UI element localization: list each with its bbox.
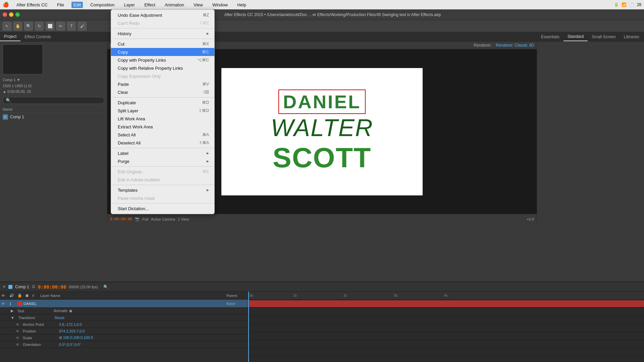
- menu-separator-4: [111, 148, 214, 148]
- menu-start-dictation[interactable]: Start Dictation...: [111, 204, 214, 213]
- menu-separator-7: [111, 203, 214, 203]
- menu-label[interactable]: Label: [111, 149, 214, 157]
- menu-edit-audition: Edit in Adobe Audition: [111, 176, 214, 184]
- menu-copy-relative[interactable]: Copy with Relative Property Links: [111, 64, 214, 72]
- menu-separator-6: [111, 185, 214, 185]
- menu-select-all-label: Select All: [118, 132, 136, 137]
- menu-start-dictation-label: Start Dictation...: [118, 206, 149, 211]
- menu-cut-shortcut: ⌘X: [202, 42, 209, 46]
- menu-copy-property-links[interactable]: Copy with Property Links ⌥⌘C: [111, 56, 214, 64]
- menu-extract-work-area-label: Extract Work Area: [118, 124, 153, 129]
- menu-paste-label: Paste: [118, 82, 129, 87]
- menu-edit-audition-label: Edit in Adobe Audition: [118, 177, 160, 182]
- menu-separator-2: [111, 39, 214, 39]
- menu-copy[interactable]: Copy ⌘C: [111, 48, 214, 56]
- menu-templates-label: Templates: [118, 188, 138, 193]
- menu-clear[interactable]: Clear ⌫: [111, 88, 214, 96]
- menu-edit-original: Edit Original... ⌘E: [111, 168, 214, 176]
- menu-clear-label: Clear: [118, 90, 128, 95]
- menu-extract-work-area[interactable]: Extract Work Area: [111, 123, 214, 131]
- menu-history-label: History: [118, 31, 131, 36]
- menu-select-all-shortcut: ⌘A: [202, 132, 209, 137]
- menu-copy-property-links-label: Copy with Property Links: [118, 58, 166, 63]
- menu-cut[interactable]: Cut ⌘X: [111, 40, 214, 48]
- menu-split-layer-shortcut: ⇧⌘D: [199, 108, 209, 113]
- menu-paste-mocha-label: Paste mocha mask: [118, 196, 155, 201]
- menu-cut-label: Cut: [118, 42, 124, 47]
- menu-redo-label: Can't Redo: [118, 21, 140, 26]
- menu-split-layer-label: Split Layer: [118, 108, 138, 113]
- menu-separator-1: [111, 28, 214, 28]
- menu-label-label: Label: [118, 151, 128, 156]
- menu-split-layer[interactable]: Split Layer ⇧⌘D: [111, 107, 214, 115]
- menu-deselect-all-shortcut: ⇧⌘A: [199, 140, 209, 145]
- menu-paste[interactable]: Paste ⌘V: [111, 80, 214, 88]
- menu-deselect-all-label: Deselect All: [118, 140, 141, 145]
- menu-lift-work-area-label: Lift Work Area: [118, 116, 145, 121]
- menu-copy-property-links-shortcut: ⌥⌘C: [197, 58, 209, 62]
- menu-redo-shortcut: ⇧⌘Z: [199, 21, 209, 25]
- menu-edit-original-label: Edit Original...: [118, 169, 145, 174]
- menu-duplicate[interactable]: Duplicate ⌘D: [111, 99, 214, 107]
- menu-copy-expression-label: Copy Expression Only: [118, 74, 161, 79]
- menu-copy-expression: Copy Expression Only: [111, 72, 214, 80]
- menu-undo-label: Undo Ease Adjustment: [118, 13, 162, 18]
- menu-copy-shortcut: ⌘C: [202, 50, 209, 54]
- menu-paste-shortcut: ⌘V: [202, 82, 209, 86]
- menu-purge-label: Purge: [118, 159, 129, 164]
- menu-copy-label: Copy: [118, 50, 128, 55]
- menu-lift-work-area[interactable]: Lift Work Area: [111, 115, 214, 123]
- menu-deselect-all[interactable]: Deselect All ⇧⌘A: [111, 139, 214, 147]
- menu-separator-3: [111, 97, 214, 98]
- menu-edit-original-shortcut: ⌘E: [202, 169, 209, 174]
- menu-duplicate-shortcut: ⌘D: [202, 100, 209, 105]
- menu-redo: Can't Redo ⇧⌘Z: [111, 19, 214, 27]
- menu-select-all[interactable]: Select All ⌘A: [111, 131, 214, 139]
- menu-paste-mocha: Paste mocha mask: [111, 194, 214, 202]
- menu-templates[interactable]: Templates: [111, 186, 214, 194]
- menu-copy-relative-label: Copy with Relative Property Links: [118, 66, 183, 71]
- menu-history[interactable]: History: [111, 29, 214, 38]
- edit-menu: Undo Ease Adjustment ⌘Z Can't Redo ⇧⌘Z H…: [111, 9, 215, 214]
- menu-undo-shortcut: ⌘Z: [203, 13, 209, 17]
- menu-separator-5: [111, 166, 214, 167]
- menu-purge[interactable]: Purge: [111, 157, 214, 165]
- menu-clear-shortcut: ⌫: [203, 90, 209, 95]
- menu-undo[interactable]: Undo Ease Adjustment ⌘Z: [111, 11, 214, 19]
- menu-duplicate-label: Duplicate: [118, 100, 136, 105]
- dropdown-overlay: Undo Ease Adjustment ⌘Z Can't Redo ⇧⌘Z H…: [0, 0, 644, 362]
